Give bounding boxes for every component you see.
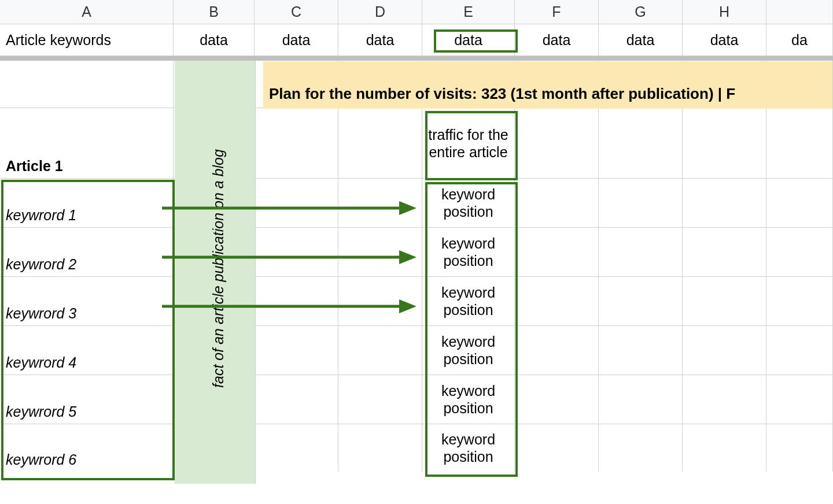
col-header-C[interactable]: C bbox=[255, 0, 338, 24]
cell-keyword-2[interactable]: keywrord 2 bbox=[0, 228, 174, 276]
publication-fact-label: fact of an article publication on a blog bbox=[210, 116, 227, 422]
cell-position-kw5[interactable]: keyword position bbox=[422, 375, 515, 424]
plan-row[interactable]: Plan for the number of visits: 323 (1st … bbox=[263, 61, 833, 109]
cell-keyword-1[interactable]: keywrord 1 bbox=[0, 179, 174, 227]
cell-H-article[interactable] bbox=[683, 108, 766, 178]
cell-D-kw1[interactable] bbox=[338, 179, 422, 227]
cell-I-article[interactable] bbox=[766, 108, 833, 178]
cell-data-G[interactable]: data bbox=[599, 24, 683, 55]
cell-I-kw2[interactable] bbox=[766, 228, 833, 276]
cell-article-title[interactable]: Article 1 bbox=[0, 108, 174, 178]
cell-G-article[interactable] bbox=[599, 108, 683, 178]
cell-H-kw2[interactable] bbox=[683, 228, 766, 276]
col-header-F[interactable]: F bbox=[515, 0, 599, 24]
body-row-kw5: keywrord 5 keyword position bbox=[0, 375, 833, 424]
cell-C-article[interactable] bbox=[255, 108, 338, 178]
col-header-G[interactable]: G bbox=[599, 0, 683, 24]
cell-data-E-highlighted[interactable]: data bbox=[422, 24, 515, 55]
cell-F-kw3[interactable] bbox=[515, 277, 599, 325]
cell-G-kw5[interactable] bbox=[599, 375, 683, 424]
cell-D-kw5[interactable] bbox=[338, 375, 422, 424]
cell-C-kw2[interactable] bbox=[255, 228, 338, 276]
cell-G-kw3[interactable] bbox=[599, 277, 683, 325]
cell-position-kw6[interactable]: keyword position bbox=[422, 424, 515, 472]
cell-G-kw2[interactable] bbox=[599, 228, 683, 276]
cell-G-kw6[interactable] bbox=[599, 424, 683, 472]
cell-position-kw3[interactable]: keyword position bbox=[422, 277, 515, 325]
cell-C-kw5[interactable] bbox=[255, 375, 338, 424]
cell-F-kw2[interactable] bbox=[515, 228, 599, 276]
cell-H-kw4[interactable] bbox=[683, 326, 766, 375]
body-row-kw2: keywrord 2 keyword position bbox=[0, 228, 833, 277]
cell-C-kw3[interactable] bbox=[255, 277, 338, 325]
cell-D-kw2[interactable] bbox=[338, 228, 422, 276]
cell-position-kw2[interactable]: keyword position bbox=[422, 228, 515, 276]
cell-H-kw3[interactable] bbox=[683, 277, 766, 325]
cell-traffic-label[interactable]: traffic for the entire article bbox=[422, 108, 515, 178]
cell-F-kw5[interactable] bbox=[515, 375, 599, 424]
cell-data-B[interactable]: data bbox=[174, 24, 255, 55]
cell-F-kw6[interactable] bbox=[515, 424, 599, 472]
body-row-kw4: keywrord 4 keyword position bbox=[0, 326, 833, 375]
cell-article-keywords[interactable]: Article keywords bbox=[0, 24, 174, 55]
cell-H-kw5[interactable] bbox=[683, 375, 766, 424]
col-header-E[interactable]: E bbox=[422, 0, 515, 24]
spreadsheet[interactable]: A B C D E F G H Article keywords data da… bbox=[0, 0, 833, 504]
cell-F-kw1[interactable] bbox=[515, 179, 599, 227]
cell-I-kw4[interactable] bbox=[766, 326, 833, 375]
cell-C-kw1[interactable] bbox=[255, 179, 338, 227]
cell-F-kw4[interactable] bbox=[515, 326, 599, 375]
cell-D-kw3[interactable] bbox=[338, 277, 422, 325]
cell-data-D[interactable]: data bbox=[338, 24, 422, 55]
col-header-A[interactable]: A bbox=[0, 0, 174, 24]
cell-H-kw6[interactable] bbox=[683, 424, 766, 472]
cell-keyword-6[interactable]: keywrord 6 bbox=[0, 424, 174, 472]
cell-C-kw6[interactable] bbox=[255, 424, 338, 472]
col-header-H[interactable]: H bbox=[683, 0, 766, 24]
body-row-kw3: keywrord 3 keyword position bbox=[0, 277, 833, 326]
cell-position-kw1[interactable]: keyword position bbox=[422, 179, 515, 227]
cell-D-kw4[interactable] bbox=[338, 326, 422, 375]
body-row-article: Article 1 traffic for the entire article bbox=[0, 108, 833, 179]
cell-D-kw6[interactable] bbox=[338, 424, 422, 472]
col-header-D[interactable]: D bbox=[338, 0, 422, 24]
cell-A-plan[interactable] bbox=[0, 61, 174, 108]
cell-H-kw1[interactable] bbox=[683, 179, 766, 227]
cell-data-F[interactable]: data bbox=[515, 24, 599, 55]
body-row-kw6: keywrord 6 keyword position bbox=[0, 424, 833, 472]
cell-keyword-4[interactable]: keywrord 4 bbox=[0, 326, 174, 375]
cell-keyword-5[interactable]: keywrord 5 bbox=[0, 375, 174, 424]
col-header-partial[interactable] bbox=[766, 0, 833, 24]
cell-G-kw1[interactable] bbox=[599, 179, 683, 227]
cell-keyword-3[interactable]: keywrord 3 bbox=[0, 277, 174, 325]
separator-row bbox=[0, 56, 833, 61]
cell-G-kw4[interactable] bbox=[599, 326, 683, 375]
cell-D-article[interactable] bbox=[338, 108, 422, 178]
header-data-row: Article keywords data data data data dat… bbox=[0, 24, 833, 56]
col-header-B[interactable]: B bbox=[174, 0, 255, 24]
cell-data-H[interactable]: data bbox=[683, 24, 766, 55]
body-row-kw1: keywrord 1 keyword position bbox=[0, 179, 833, 228]
cell-data-C[interactable]: data bbox=[255, 24, 338, 55]
publication-fact-column[interactable]: fact of an article publication on a blog bbox=[175, 61, 256, 484]
cell-I-kw3[interactable] bbox=[766, 277, 833, 325]
column-headers-row: A B C D E F G H bbox=[0, 0, 833, 24]
cell-C-kw4[interactable] bbox=[255, 326, 338, 375]
cell-data-partial[interactable]: da bbox=[766, 24, 833, 55]
cell-I-kw1[interactable] bbox=[766, 179, 833, 227]
cell-F-article[interactable] bbox=[515, 108, 599, 178]
cell-position-kw4[interactable]: keyword position bbox=[422, 326, 515, 375]
cell-I-kw6[interactable] bbox=[766, 424, 833, 472]
cell-I-kw5[interactable] bbox=[766, 375, 833, 424]
